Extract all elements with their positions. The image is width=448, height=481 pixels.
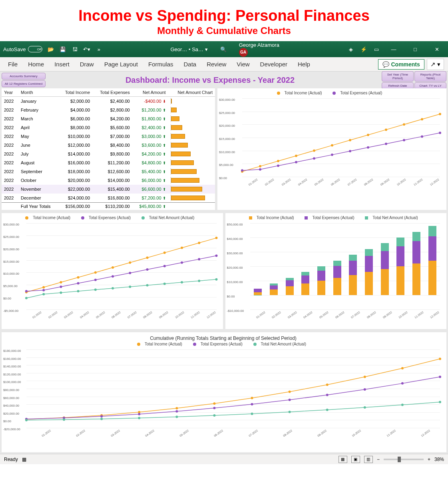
autosave-toggle[interactable]: AutoSave Off [3, 46, 42, 52]
user-name[interactable]: George Alzamora GA [239, 42, 279, 57]
chart-stacked-bar[interactable]: Total Income (Actual) Total Expenses (Ac… [225, 213, 447, 329]
macro-icon[interactable]: ▦ [22, 457, 26, 462]
svg-point-82 [401, 382, 404, 385]
svg-point-53 [112, 287, 114, 289]
svg-point-68 [326, 383, 329, 386]
zoom-slider[interactable] [384, 459, 424, 460]
svg-point-5 [331, 144, 333, 147]
svg-point-10 [421, 118, 423, 120]
dash-btn-refresh-date[interactable]: Refresh Date [382, 82, 414, 89]
table-row[interactable]: 2022March$6,000.00$4,200.00$1,800.00 ⬆ [2, 114, 215, 123]
svg-point-42 [129, 272, 131, 274]
table-row[interactable]: 2022April$8,000.00$5,600.00$2,400.00 ⬆ [2, 123, 215, 132]
svg-point-71 [439, 358, 441, 360]
dash-btn-chart-ty-vs-ly[interactable]: Chart: TY vs LY [414, 82, 446, 89]
zoom-level[interactable]: 38% [434, 457, 444, 462]
table-row[interactable]: 2022October$20,000.00$14,000.00$6,000.00… [2, 176, 215, 185]
svg-point-93 [364, 406, 366, 409]
search-icon[interactable]: 🔍 [220, 46, 227, 53]
status-ready: Ready [4, 457, 18, 462]
undo-icon[interactable]: ↶▾ [83, 46, 90, 53]
view-layout-button[interactable]: ▣ [351, 456, 360, 463]
open-icon[interactable]: 📂 [47, 46, 54, 53]
table-row[interactable]: 2022February$4,000.00$2,800.00$1,200.00 … [2, 106, 215, 114]
col-header[interactable]: Net Amount [132, 88, 168, 97]
diamond-icon[interactable]: ◈ [347, 46, 354, 53]
svg-point-86 [100, 418, 103, 420]
save-as-icon[interactable]: 🖫 [71, 46, 78, 53]
comments-button[interactable]: 💬 Comments [378, 59, 424, 70]
tab-home[interactable]: Home [24, 58, 48, 70]
svg-point-59 [215, 278, 218, 281]
svg-point-15 [295, 161, 297, 163]
svg-point-11 [439, 113, 441, 115]
close-button[interactable]: ✕ [429, 41, 445, 57]
tab-review[interactable]: Review [203, 58, 230, 70]
workspace: Accounts SummaryAll 12 Registers Combine… [0, 72, 448, 454]
tab-formulas[interactable]: Formulas [144, 58, 177, 70]
chart-monthly-2series[interactable]: Total Income (Actual) Total Expenses (Ac… [217, 88, 446, 210]
tab-developer[interactable]: Developer [256, 58, 291, 70]
svg-point-28 [94, 271, 97, 273]
svg-point-35 [215, 237, 218, 239]
svg-point-49 [42, 293, 45, 295]
table-row[interactable]: 2022May$10,000.00$7,000.00$3,000.00 ⬆ [2, 132, 215, 141]
tab-page-layout[interactable]: Page Layout [100, 58, 142, 70]
svg-point-92 [326, 409, 329, 411]
zoom-out-button[interactable]: − [377, 457, 380, 462]
zoom-in-button[interactable]: + [428, 457, 430, 462]
table-row[interactable]: 2022November$22,000.00$15,400.00$6,600.0… [2, 185, 215, 194]
svg-point-54 [129, 285, 131, 288]
svg-point-25 [42, 286, 45, 288]
tab-help[interactable]: Help [294, 58, 314, 70]
save-icon[interactable]: 💾 [59, 46, 66, 53]
table-row[interactable]: 2022September$18,000.00$12,600.00$5,400.… [2, 167, 215, 176]
svg-point-64 [175, 407, 178, 409]
minimize-button[interactable]: — [386, 41, 402, 57]
svg-point-20 [385, 143, 387, 145]
chart-cumulative[interactable]: Cumulative (Running Totals Starting at B… [2, 332, 446, 452]
tab-file[interactable]: File [4, 58, 22, 70]
svg-point-74 [100, 415, 103, 417]
table-row[interactable]: 2022July$14,000.00$9,800.00$4,200.00 ⬆ [2, 150, 215, 158]
table-row[interactable]: 2022June$12,000.00$8,400.00$3,600.00 ⬆ [2, 141, 215, 150]
doc-name[interactable]: Geor… • Sa… ▾ [171, 46, 208, 52]
income-expense-table[interactable]: YearMonthTotal IncomeTotal ExpensesNet A… [2, 88, 215, 210]
dash-btn-accounts-summary[interactable]: Accounts Summary [2, 73, 46, 80]
dash-btn-set-year-time-period-[interactable]: Set Year (Time Period) [382, 71, 414, 82]
tab-insert[interactable]: Insert [50, 58, 74, 70]
tab-draw[interactable]: Draw [76, 58, 98, 70]
table-row[interactable]: 2022January$2,000.00$2,400.00-$400.00 ⬇ [2, 97, 215, 106]
col-header[interactable]: Total Income [58, 88, 92, 97]
col-header[interactable]: Year [2, 88, 18, 97]
svg-point-21 [403, 139, 405, 142]
view-break-button[interactable]: ▥ [364, 456, 373, 463]
table-row[interactable]: 2022August$16,000.00$11,200.00$4,800.00 … [2, 158, 215, 167]
svg-point-94 [401, 404, 404, 406]
legend: Total Income (Actual) Total Expenses (Ac… [219, 90, 443, 97]
svg-point-8 [385, 128, 387, 131]
legend: Total Income (Actual) Total Expenses (Ac… [3, 341, 443, 348]
tab-view[interactable]: View [233, 58, 253, 70]
svg-point-51 [77, 290, 80, 292]
dash-btn-reports-pivot-table-[interactable]: Reports (Pivot Table) [414, 71, 446, 82]
svg-point-91 [289, 411, 291, 413]
svg-point-79 [289, 399, 291, 401]
svg-point-1 [259, 165, 261, 168]
col-header[interactable]: Net Amount Chart [168, 88, 215, 97]
svg-point-30 [129, 261, 131, 264]
autosave-label: AutoSave [3, 46, 26, 52]
more-icon[interactable]: » [95, 46, 102, 53]
dash-btn-all-12-registers-combined[interactable]: All 12 Registers Combined [2, 80, 46, 87]
table-row[interactable]: 2022December$24,000.00$16,800.00$7,200.0… [2, 194, 215, 203]
ribbon-mode-icon[interactable]: ▭ [373, 46, 380, 53]
svg-point-7 [367, 134, 369, 136]
share-button[interactable]: ↗ ▾ [427, 59, 444, 70]
tab-data[interactable]: Data [179, 58, 200, 70]
col-header[interactable]: Month [18, 88, 58, 97]
chart-monthly-3series[interactable]: Total Income (Actual) Total Expenses (Ac… [2, 213, 223, 329]
view-normal-button[interactable]: ▦ [338, 456, 347, 463]
plug-icon[interactable]: ⚡ [360, 46, 367, 53]
maximize-button[interactable]: □ [407, 41, 423, 57]
col-header[interactable]: Total Expenses [92, 88, 132, 97]
